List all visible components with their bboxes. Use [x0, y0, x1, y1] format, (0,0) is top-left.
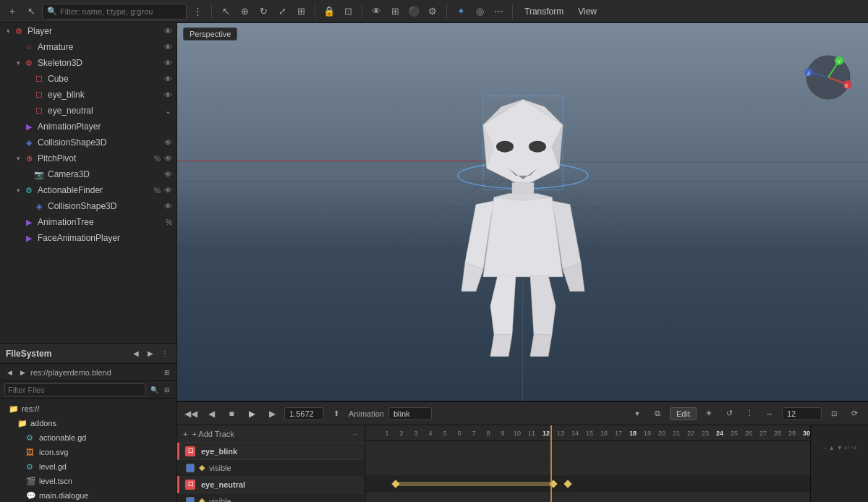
eye-blink-icon: ☐ — [185, 446, 195, 456]
divider-3 — [362, 4, 362, 19]
tree-vis-skeleton3d[interactable]: 👁 — [162, 57, 174, 69]
tl-expand[interactable]: ↔ — [762, 406, 778, 422]
tree-arrow-player[interactable]: ▾ — [3, 26, 13, 36]
grid-icon[interactable]: ⊞ — [387, 4, 403, 20]
tl-skip-start[interactable]: ◀◀ — [183, 406, 199, 422]
tree-item-actionablefinder[interactable]: ▾ ⚙ ActionableFinder % 👁 — [0, 182, 176, 198]
fs-icon-res: 📁 — [9, 404, 19, 414]
tree-vis-armature[interactable]: 👁 — [162, 41, 174, 53]
fs-item-level_gd[interactable]: ⚙ level.gd — [0, 459, 176, 474]
tl-more-options[interactable]: ⋮ — [741, 406, 757, 422]
svg-point-26 — [529, 141, 546, 153]
tree-vis-cube[interactable]: 👁 — [162, 73, 174, 85]
lock-icon[interactable]: 🔒 — [321, 4, 337, 20]
fs-item-res[interactable]: 📁 res:// — [0, 401, 176, 416]
filter-input[interactable] — [60, 7, 182, 16]
circle-icon[interactable]: ◎ — [472, 4, 488, 20]
fs-item-addons[interactable]: 📁 addons — [0, 416, 176, 430]
fs-nav-right[interactable]: ▶ — [145, 348, 156, 360]
fs-item-main_dialogue[interactable]: 💬 main.dialogue — [0, 488, 176, 502]
fs-forward[interactable]: ▶ — [17, 367, 27, 378]
tree-item-collisionshape3d[interactable]: ◈ CollisionShape3D 👁 — [0, 135, 176, 150]
tree-item-armature[interactable]: ○ Armature 👁 — [0, 39, 176, 55]
tree-item-player[interactable]: ▾ ⚙ Player 👁 — [0, 23, 176, 39]
eye-icon[interactable]: 👁 — [368, 4, 384, 20]
tree-vis-collisionshape3d[interactable]: 👁 — [162, 137, 174, 148]
tree-icon-eye_neutral: ☐ — [33, 105, 45, 116]
fs-item-actionable_gd[interactable]: ⚙ actionable.gd — [0, 430, 176, 445]
tree-item-eye_blink[interactable]: ☐ eye_blink 👁 — [0, 87, 176, 103]
tree-item-eye_neutral[interactable]: ☐ eye_neutral ⌄ — [0, 103, 176, 119]
frame-num-13: 13 — [553, 430, 568, 437]
tree-vis-eye_neutral[interactable]: ⌄ — [162, 105, 174, 116]
settings-icon[interactable]: ⚙ — [425, 4, 441, 20]
tl-snap[interactable]: ⊡ — [826, 406, 842, 422]
kf-eyeblink-3[interactable] — [563, 480, 571, 488]
tl-time-up[interactable]: ⬆ — [328, 406, 344, 422]
fs-more[interactable]: ⋮ — [159, 348, 171, 360]
view-button[interactable]: View — [572, 5, 603, 18]
fs-item-level_tscn[interactable]: 🎬 level.tscn — [0, 474, 176, 488]
menu-icon[interactable]: ⋮ — [190, 4, 205, 20]
eye-neutral-checkbox[interactable] — [186, 497, 195, 503]
tl-loop[interactable]: ↺ — [721, 406, 737, 422]
tree-icon-collisionshape3d: ◈ — [23, 137, 35, 148]
perspective-label[interactable]: Perspective — [183, 27, 237, 41]
add-icon[interactable]: + — [4, 4, 20, 20]
tree-item-animationtree[interactable]: ▶ AnimationTree % — [0, 214, 176, 230]
tree-item-faceanimationplayer[interactable]: ▶ FaceAnimationPlayer — [0, 230, 176, 246]
pointer-icon[interactable]: ↖ — [23, 4, 39, 20]
tree-vis-player[interactable]: 👁 — [162, 25, 174, 37]
more-icon[interactable]: ⋯ — [490, 4, 506, 20]
fs-item-icon_svg[interactable]: 🖼 icon.svg — [0, 445, 176, 459]
tree-item-cube[interactable]: ☐ Cube 👁 — [0, 71, 176, 87]
fs-grid-toggle[interactable]: ⊞ — [162, 367, 172, 378]
transform-all-icon[interactable]: ⊞ — [293, 4, 309, 20]
eye-blink-checkbox[interactable] — [186, 464, 195, 472]
viewport-3d[interactable]: Perspective X Y Z — [177, 23, 868, 401]
fs-label-level_gd: level.gd — [39, 462, 67, 471]
tree-arrow-pitchpivot[interactable]: ▾ — [13, 153, 23, 163]
tree-arrow-actionablefinder[interactable]: ▾ — [13, 185, 23, 195]
star-icon[interactable]: ✦ — [453, 4, 469, 20]
scale-icon[interactable]: ⤢ — [274, 4, 290, 20]
fs-filter-input[interactable] — [4, 383, 146, 396]
tl-edit-button[interactable]: Edit — [670, 407, 697, 420]
tree-icon-collisionshape3d2: ◈ — [33, 200, 45, 212]
tl-stop[interactable]: ■ — [224, 406, 239, 422]
rotate-icon[interactable]: ↻ — [255, 4, 271, 20]
tree-vis-pitchpivot[interactable]: 👁 — [162, 153, 174, 164]
fs-filter-options[interactable]: ⊟ — [162, 385, 172, 395]
tree-item-collisionshape3d2[interactable]: ◈ CollisionShape3D 👁 — [0, 198, 176, 214]
tree-label-skeleton3d: Skeleton3D — [38, 58, 162, 68]
tl-refresh[interactable]: ⟳ — [846, 406, 862, 422]
group-icon[interactable]: ⊡ — [340, 4, 356, 20]
tree-arrow-skeleton3d[interactable]: ▾ — [13, 58, 23, 68]
cursor-icon[interactable]: ↖ — [218, 4, 234, 20]
tree-item-pitchpivot[interactable]: ▾ ⊕ PitchPivot % 👁 — [0, 150, 176, 166]
fs-label-actionable_gd: actionable.gd — [39, 433, 86, 442]
dots-icon[interactable]: ⚫ — [406, 4, 422, 20]
tl-theme[interactable]: ☀ — [701, 406, 717, 422]
tl-play[interactable]: ▶ — [244, 406, 260, 422]
tree-vis-camera3d[interactable]: 👁 — [162, 169, 174, 180]
move-icon[interactable]: ⊕ — [237, 4, 252, 20]
fs-nav-left[interactable]: ◀ — [130, 348, 142, 360]
transform-button[interactable]: Transform — [519, 5, 569, 18]
filter-box[interactable]: 🔍 — [42, 4, 187, 20]
tree-vis-collisionshape3d2[interactable]: 👁 — [162, 200, 174, 212]
tl-duplicate[interactable]: ⧉ — [650, 406, 665, 422]
add-track-button[interactable]: + + Add Track — [183, 430, 234, 438]
tl-next-frame[interactable]: ▶ — [264, 406, 280, 422]
tree-item-animationplayer[interactable]: ▶ AnimationPlayer — [0, 119, 176, 135]
tl-dropdown[interactable]: ▼ — [629, 406, 645, 422]
tree-vis-actionablefinder[interactable]: 👁 — [162, 184, 174, 196]
tree-icon-actionablefinder: ⚙ — [23, 184, 35, 196]
tl-prev-frame[interactable]: ◀ — [203, 406, 219, 422]
tl-anim-name[interactable]: blink — [388, 407, 432, 420]
fs-back[interactable]: ◀ — [4, 367, 14, 378]
tree-item-skeleton3d[interactable]: ▾ ⚙ Skeleton3D 👁 — [0, 55, 176, 71]
fs-search-icon[interactable]: 🔍 — [149, 385, 159, 395]
tree-vis-eye_blink[interactable]: 👁 — [162, 89, 174, 101]
tree-item-camera3d[interactable]: 📷 Camera3D 👁 — [0, 166, 176, 182]
